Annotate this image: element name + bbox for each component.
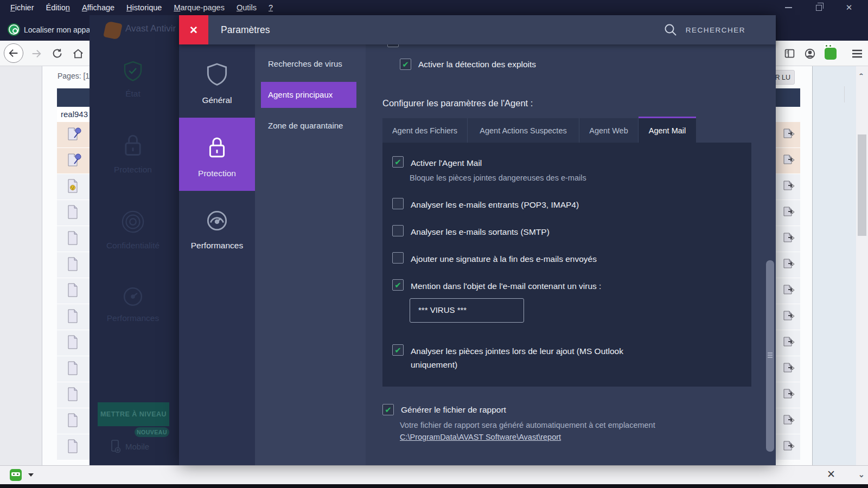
table-row — [776, 122, 800, 148]
doc-jump-icon[interactable] — [783, 127, 796, 143]
table-row — [57, 304, 90, 330]
mail-option-row: ✔Analyser les pièces jointes lors de leu… — [392, 344, 671, 371]
doc-icon[interactable] — [67, 309, 79, 325]
menu-item[interactable]: Fichier — [4, 3, 40, 12]
back-icon[interactable] — [3, 42, 24, 64]
settings-nav-protection[interactable]: Protection — [179, 118, 255, 191]
report-path-link[interactable]: C:\ProgramData\AVAST Software\Avast\repo… — [400, 433, 561, 441]
subnav-item[interactable]: Recherches de virus — [261, 51, 356, 77]
checkbox-label: Analyser les e-mails entrants (POP3, IMA… — [411, 198, 579, 211]
subnav-item[interactable]: Agents principaux — [261, 82, 356, 108]
roboform-icon[interactable] — [10, 469, 22, 481]
menu-item[interactable]: ? — [263, 3, 279, 12]
table-row — [57, 174, 90, 200]
settings-nav-performances[interactable]: Performances — [179, 191, 255, 264]
doc-jump-icon[interactable] — [783, 232, 796, 247]
doc-jump-icon[interactable] — [783, 388, 796, 403]
reload-icon[interactable] — [49, 41, 65, 66]
restore-icon[interactable] — [810, 2, 827, 13]
close-icon[interactable]: ✕ — [841, 2, 857, 13]
sidebars-icon[interactable] — [781, 41, 797, 66]
doc-icon[interactable] — [67, 387, 79, 403]
doc-icon[interactable] — [67, 283, 79, 299]
new-badge: NOUVEAU — [135, 427, 169, 437]
checkbox[interactable]: ✔ — [392, 156, 404, 168]
menu-item[interactable]: Édition — [40, 3, 76, 12]
close-settings-button[interactable]: ✕ — [179, 15, 208, 44]
tab-agent-actions-suspectes[interactable]: Agent Actions Suspectes — [468, 118, 579, 143]
table-row — [57, 200, 90, 226]
doc-jump-icon[interactable] — [783, 336, 796, 351]
doc-pin-icon[interactable] — [67, 152, 83, 170]
last-post-column — [776, 122, 800, 460]
doc-jump-icon[interactable] — [783, 206, 796, 221]
ghost-sidebar-item-mobile[interactable]: Mobile — [110, 440, 149, 453]
checkbox[interactable] — [392, 225, 404, 236]
tab-agent-web[interactable]: Agent Web — [579, 118, 639, 143]
table-row — [776, 330, 800, 356]
doc-icon[interactable] — [67, 257, 79, 273]
checkbox[interactable]: ✔ — [392, 344, 404, 356]
doc-jump-icon[interactable] — [783, 153, 796, 169]
mail-option-row: Analyser les e-mails sortants (SMTP) — [392, 225, 550, 239]
forward-icon[interactable] — [28, 41, 44, 66]
scroll-down-icon[interactable]: ⌄ — [858, 470, 865, 479]
ghost-sidebar-item-performances[interactable]: Performances — [90, 285, 176, 323]
account-icon[interactable] — [802, 41, 818, 66]
virus-subject-input[interactable]: *** VIRUS *** — [410, 298, 524, 323]
page-scrollbar[interactable]: ⌃ — [856, 66, 868, 465]
tab-agent-des-fichiers[interactable]: Agent des Fichiers — [382, 118, 468, 143]
doc-jump-icon[interactable] — [783, 179, 796, 195]
settings-title: Paramètres — [221, 24, 270, 36]
dropdown-caret-icon[interactable] — [28, 473, 34, 477]
doc-icon[interactable] — [67, 361, 79, 377]
checkbox[interactable]: ✔ — [382, 404, 394, 415]
search-label: RECHERCHER — [686, 26, 745, 34]
roboform-icon[interactable] — [822, 41, 839, 66]
checkbox[interactable]: ✔ — [387, 44, 399, 47]
close-bar-icon[interactable]: ✕ — [827, 468, 835, 480]
doc-icon[interactable] — [67, 439, 79, 455]
doc-icon[interactable] — [67, 231, 79, 247]
checkbox[interactable]: ✔ — [400, 59, 411, 70]
doc-jump-icon[interactable] — [783, 362, 796, 377]
menu-item[interactable]: Historique — [120, 3, 168, 12]
table-row — [57, 330, 90, 356]
doc-jump-icon[interactable] — [783, 310, 796, 325]
home-icon[interactable] — [70, 41, 86, 66]
doc-smiley-icon[interactable] — [67, 179, 79, 195]
nav-label: Performances — [191, 241, 243, 251]
doc-icon[interactable] — [67, 413, 79, 429]
menu-item[interactable]: Outils — [231, 3, 263, 12]
table-row — [57, 382, 90, 408]
tab-agent-mail[interactable]: Agent Mail — [639, 117, 696, 143]
search-button[interactable]: RECHERCHER — [663, 15, 745, 44]
upgrade-button[interactable]: METTRE À NIVEAU — [98, 402, 169, 426]
menu-item[interactable]: Marque-pages — [168, 3, 231, 12]
settings-scrollbar-thumb[interactable] — [766, 260, 774, 452]
doc-icon[interactable] — [67, 335, 79, 351]
doc-icon[interactable] — [67, 205, 79, 221]
window-controls: ✕ — [780, 2, 868, 13]
menu-item[interactable]: Affichage — [76, 3, 120, 12]
checkbox-label: Activer la détection des exploits — [418, 59, 536, 70]
ghost-sidebar-item-protection[interactable]: Protection — [90, 133, 176, 175]
scrollbar-thumb[interactable] — [858, 134, 866, 236]
doc-jump-icon[interactable] — [783, 284, 796, 299]
table-row — [57, 252, 90, 278]
doc-jump-icon[interactable] — [783, 258, 796, 273]
settings-nav-general[interactable]: Général — [179, 44, 255, 118]
ghost-sidebar-item-etat[interactable]: État — [90, 61, 176, 99]
scroll-up-icon[interactable]: ⌃ — [858, 73, 864, 79]
checkbox[interactable] — [392, 252, 404, 264]
checkbox[interactable]: ✔ — [392, 279, 404, 291]
ghost-sidebar-item-confidentialite[interactable]: Confidentialité — [90, 208, 176, 251]
scrollbar-grip-icon — [768, 352, 773, 354]
hamburger-menu-icon[interactable] — [849, 41, 865, 66]
doc-jump-icon[interactable] — [783, 414, 796, 429]
subnav-item[interactable]: Zone de quarantaine — [261, 113, 356, 139]
minimize-icon[interactable] — [780, 2, 796, 13]
checkbox[interactable] — [392, 198, 404, 209]
doc-jump-icon[interactable] — [783, 440, 796, 455]
doc-pin-icon[interactable] — [67, 126, 83, 144]
